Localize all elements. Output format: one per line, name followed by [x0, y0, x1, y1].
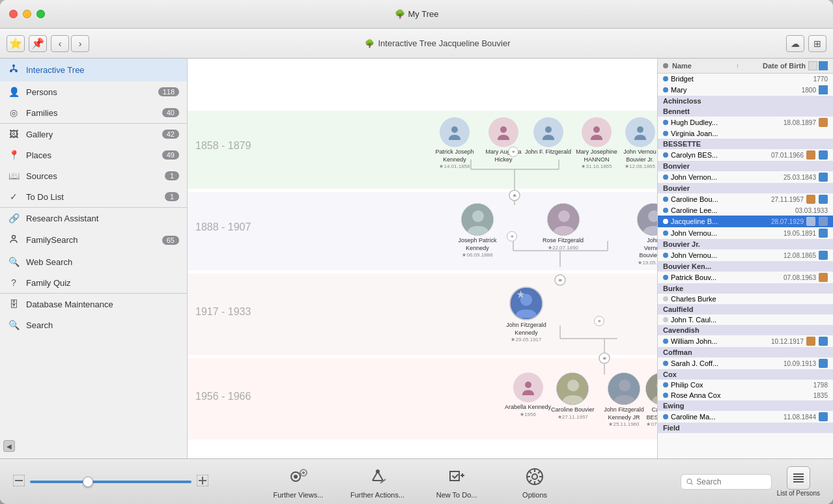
sidebar-label-familysearch: FamilySearch	[26, 235, 156, 245]
new-todo-button[interactable]: New To Do...	[431, 465, 483, 499]
further-views-button[interactable]: Further Views...	[272, 465, 324, 499]
svg-point-8	[12, 236, 16, 239]
col-dob-header[interactable]: Date of Birth	[744, 62, 806, 70]
svg-point-42	[593, 126, 600, 133]
list-group-bouvier: Bouvier	[658, 183, 833, 193]
list-item-jacqueline[interactable]: Jacqueline B... 28.07.1929	[658, 216, 833, 227]
sidebar-item-familysearch[interactable]: FamilySearch 65	[0, 229, 187, 251]
list-of-persons-button[interactable]: List of Persons	[777, 466, 820, 497]
list-item-john-vernon-1843[interactable]: John Vernon... 25.03.1843	[658, 171, 833, 183]
list-item-charles-burke[interactable]: Charles Burke	[658, 294, 833, 304]
tree-container[interactable]: 1858 - 1879 1888 - 1907 1917 - 1933 1956…	[188, 59, 657, 458]
sidebar-item-research[interactable]: 🔗 Research Assistant	[0, 208, 187, 229]
sidebar-item-places[interactable]: 📍 Places 49	[0, 145, 187, 165]
search-box[interactable]	[681, 474, 772, 490]
maximize-button[interactable]	[36, 10, 45, 18]
person-avatar-mary-hannon	[582, 117, 612, 147]
sidebar-item-interactive-tree[interactable]: Interactive Tree	[0, 59, 187, 81]
svg-point-61	[525, 382, 531, 388]
list-item-sarah-coffman[interactable]: Sarah J. Coff... 10.09.1913	[658, 357, 833, 369]
breadcrumb-icon: 🌳	[365, 39, 374, 48]
list-item-caroline-bou[interactable]: Caroline Bou... 27.11.1957	[658, 193, 833, 205]
list-item-bridget[interactable]: Bridget 1770	[658, 74, 833, 84]
svg-rect-99	[793, 481, 804, 483]
back-button[interactable]: ‹	[51, 35, 69, 52]
sidebar-item-persons[interactable]: 👤 Persons 118	[0, 81, 187, 102]
person-node-john-bouvier-iii[interactable]: John Vernou Bouvier III. ★19.05.1881	[637, 203, 657, 266]
content-area: 1858 - 1879 1888 - 1907 1917 - 1933 1956…	[188, 59, 657, 458]
person-photo-jfk	[509, 287, 543, 320]
sidebar-item-search[interactable]: 🔍 Search	[0, 315, 187, 335]
person-node-john-fitzgerald[interactable]: John F. Fitzgerald	[525, 117, 571, 156]
list-item-philip-cox[interactable]: Philip Cox 1798	[658, 380, 833, 390]
further-actions-button[interactable]: Further Actions...	[350, 465, 404, 499]
person-node-mary-hannon[interactable]: Mary Josephine HANNON ★31.10.1865	[571, 117, 623, 169]
forward-button[interactable]: ›	[71, 35, 89, 52]
right-panel: Name ↑ Date of Birth Bridget 1770	[657, 59, 833, 458]
person-node-mary-hickey[interactable]: Mary Augusta Hickey	[477, 117, 529, 163]
list-group-cavendish: Cavendish	[658, 325, 833, 335]
list-item-patrick-bouv[interactable]: Patrick Bouv... 07.08.1963	[658, 272, 833, 283]
person-node-caroline-bouvier[interactable]: Caroline Bouvier ★27.11.1957	[551, 372, 595, 420]
sidebar-collapse-button[interactable]: ◀	[3, 440, 15, 452]
svg-line-95	[691, 483, 693, 484]
pin-button[interactable]: 📌	[29, 35, 47, 52]
sidebar-item-sources[interactable]: 📖 Sources 1	[0, 165, 187, 186]
options-button[interactable]: Options	[509, 465, 561, 499]
further-views-icon	[287, 465, 310, 488]
person-node-rose-fitzgerald[interactable]: Rose Fitzgerald ★22.07.1890	[543, 203, 584, 251]
zoom-in-icon[interactable]	[197, 475, 208, 488]
sidebar-item-todo[interactable]: ✓ To Do List 1	[0, 186, 187, 207]
svg-point-65	[619, 380, 630, 391]
zoom-slider[interactable]	[30, 481, 191, 483]
list-item-caroline-lee-1933[interactable]: Caroline Lee... 03.03.1933	[658, 205, 833, 216]
svg-point-0	[12, 64, 15, 67]
list-dot-caroline-lee	[663, 208, 668, 213]
col-icon-info	[819, 61, 828, 70]
zoom-out-icon[interactable]	[13, 475, 25, 488]
person-avatar-patrick-kennedy	[440, 117, 470, 147]
gallery-badge: 42	[162, 130, 179, 139]
person-name-carolyn-bessette: Carolyn BESSETTE	[645, 406, 657, 421]
person-name-john-bouvier-jr: John Vernou Bouvier Jr.	[623, 148, 657, 163]
list-item-john-caulfield[interactable]: John T. Caul...	[658, 315, 833, 325]
sidebar-item-quiz[interactable]: ? Family Quiz	[0, 272, 187, 293]
bookmark-button[interactable]: ⭐	[7, 35, 25, 52]
list-item-carolyn-bes[interactable]: Carolyn BES... 07.01.1966	[658, 149, 833, 161]
list-item-caroline-ma[interactable]: Caroline Ma... 11.08.1844	[658, 411, 833, 423]
person-date-john-bouvier-jr: ★12.08.1865	[625, 163, 655, 169]
close-button[interactable]	[9, 10, 18, 18]
person-node-joseph-kennedy[interactable]: Joseph Patrick Kennedy ★06.09.1888	[451, 203, 503, 258]
couple-link-5: ⚭	[594, 316, 604, 326]
cloud-button[interactable]: ☁	[786, 35, 804, 52]
list-item-hugh-dudley[interactable]: Hugh Dudley... 18.08.1897	[658, 117, 833, 128]
fullscreen-button[interactable]: ⊞	[808, 35, 826, 52]
list-img-carolyn	[806, 150, 815, 160]
sidebar-item-database[interactable]: 🗄 Database Maintenance	[0, 294, 187, 315]
list-item-william-john[interactable]: William John... 10.12.1917	[658, 335, 833, 347]
person-node-jfk[interactable]: John Fitzgerald Kennedy ★29.05.1917	[500, 287, 552, 343]
sidebar-item-websearch[interactable]: 🔍 Web Search	[0, 251, 187, 272]
person-date-patrick-kennedy: ★14.01.1858	[439, 163, 470, 169]
list-item-mary[interactable]: Mary 1800	[658, 84, 833, 96]
bottom-bar: Further Views... Further Actions...	[0, 458, 833, 504]
list-item-john-vernou-1891[interactable]: John Vernou... 19.05.1891	[658, 227, 833, 239]
sidebar-item-gallery[interactable]: 🖼 Gallery 42	[0, 124, 187, 145]
list-item-john-vernou-1865[interactable]: John Vernou... 12.08.1865	[658, 249, 833, 261]
minimize-button[interactable]	[23, 10, 31, 18]
toolbar: ⭐ 📌 ‹ › 🌳 Interactive Tree Jacqueline Bo…	[0, 29, 833, 59]
sidebar-label-places: Places	[26, 150, 156, 160]
person-node-john-bouvier-jr[interactable]: John Vernou Bouvier Jr. ★12.08.1865	[623, 117, 657, 169]
list-item-virginia[interactable]: Virginia Joan...	[658, 128, 833, 139]
list-icon-caroline-bou	[819, 195, 828, 204]
search-input[interactable]	[696, 477, 766, 486]
list-icon-william	[819, 337, 828, 346]
person-node-jfk-jr[interactable]: John Fitzgerald Kennedy JR ★25.11.1960	[598, 372, 650, 427]
list-item-rose-cox[interactable]: Rose Anna Cox 1835	[658, 390, 833, 400]
person-node-arabella[interactable]: Arabella Kennedy ★1956	[505, 372, 551, 417]
sidebar-item-families[interactable]: ◎ Families 40	[0, 102, 187, 123]
person-node-patrick-kennedy[interactable]: Patrick Joseph Kennedy ★14.01.1858	[429, 117, 481, 169]
person-node-carolyn-bessette[interactable]: Carolyn BESSETTE ★07.01.1966	[645, 372, 657, 427]
options-label: Options	[522, 491, 547, 499]
col-name-header[interactable]: Name	[672, 62, 733, 70]
